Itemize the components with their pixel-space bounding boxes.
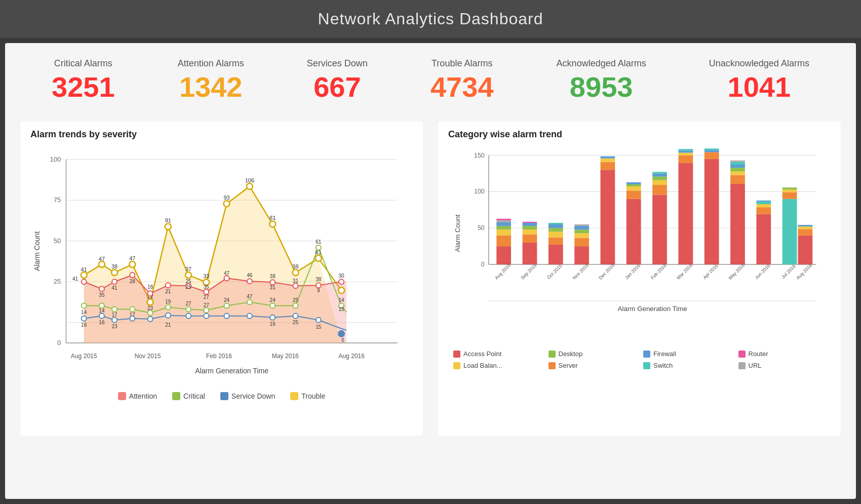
- svg-text:35: 35: [99, 292, 105, 298]
- svg-point-46: [316, 255, 322, 261]
- stat-value-services-down: 667: [307, 73, 368, 101]
- main-content: Critical Alarms3251Attention Alarms1342S…: [5, 43, 856, 499]
- svg-rect-164: [549, 223, 563, 224]
- critical-legend-dot: [172, 392, 180, 400]
- svg-point-38: [224, 201, 230, 207]
- svg-text:47: 47: [224, 270, 230, 276]
- svg-text:81: 81: [269, 215, 276, 221]
- svg-text:25: 25: [293, 297, 299, 303]
- svg-text:9: 9: [317, 288, 320, 293]
- svg-text:Aug 2016: Aug 2016: [795, 263, 813, 281]
- svg-rect-208: [730, 161, 745, 162]
- svg-point-30: [147, 299, 153, 305]
- svg-text:19: 19: [165, 299, 171, 304]
- svg-rect-211: [756, 207, 771, 214]
- svg-text:46: 46: [247, 273, 253, 278]
- svg-point-65: [224, 276, 229, 281]
- attention-legend-dot: [118, 392, 126, 400]
- svg-text:16: 16: [99, 320, 105, 325]
- svg-rect-156: [523, 223, 537, 226]
- svg-text:17: 17: [112, 312, 118, 318]
- svg-text:50: 50: [54, 237, 61, 245]
- svg-rect-212: [756, 204, 771, 207]
- svg-point-114: [186, 314, 191, 319]
- svg-text:24: 24: [224, 297, 230, 303]
- svg-rect-146: [496, 229, 511, 235]
- svg-rect-186: [652, 180, 667, 185]
- svg-rect-213: [756, 202, 771, 204]
- svg-rect-155: [523, 226, 537, 229]
- access-point-dot: [453, 351, 460, 358]
- switch-dot: [643, 362, 650, 369]
- svg-rect-224: [798, 225, 813, 226]
- stat-label-acknowledged-alarms: Acknowledged Alarms: [557, 58, 646, 69]
- svg-rect-194: [678, 150, 693, 152]
- svg-text:21: 21: [165, 322, 171, 328]
- svg-rect-193: [678, 152, 693, 155]
- svg-text:Dec 2015: Dec 2015: [598, 263, 615, 281]
- svg-text:21: 21: [165, 289, 171, 294]
- svg-text:38: 38: [270, 274, 276, 279]
- bar-chart-svg: 150 100 50 0 Alarm Count: [448, 145, 831, 342]
- svg-rect-217: [782, 192, 797, 199]
- svg-rect-147: [496, 226, 511, 229]
- service-down-legend-label: Service Down: [231, 392, 275, 400]
- svg-text:25: 25: [54, 278, 61, 285]
- left-chart-legend: Attention Critical Service Down Trouble: [30, 392, 413, 400]
- svg-text:93: 93: [223, 195, 229, 201]
- svg-text:150: 150: [474, 152, 485, 159]
- svg-point-120: [293, 314, 298, 319]
- svg-text:47: 47: [247, 294, 253, 299]
- svg-text:Alarm Generation Time: Alarm Generation Time: [195, 367, 268, 375]
- svg-point-97: [270, 303, 275, 308]
- charts-area: Alarm trends by severity 100 75 50 25: [20, 122, 841, 436]
- svg-text:23: 23: [147, 305, 153, 311]
- stat-value-unacknowledged-alarms: 1041: [709, 73, 809, 101]
- svg-point-71: [293, 283, 298, 288]
- svg-rect-180: [627, 186, 641, 190]
- svg-text:Feb 2016: Feb 2016: [650, 263, 668, 281]
- svg-text:28: 28: [130, 279, 136, 284]
- legend-attention: Attention: [118, 392, 157, 400]
- svg-rect-160: [549, 238, 563, 245]
- stat-trouble-alarms: Trouble Alarms4734: [430, 58, 494, 101]
- svg-text:15: 15: [316, 324, 322, 330]
- svg-rect-210: [756, 214, 771, 265]
- svg-text:50: 50: [478, 224, 485, 231]
- svg-rect-214: [756, 201, 771, 202]
- svg-text:31: 31: [293, 278, 299, 284]
- svg-rect-185: [652, 185, 667, 195]
- svg-point-32: [165, 223, 171, 229]
- svg-rect-169: [574, 229, 589, 233]
- svg-point-105: [82, 316, 87, 321]
- svg-rect-170: [574, 226, 589, 229]
- svg-text:18: 18: [147, 284, 153, 290]
- svg-text:6: 6: [341, 337, 344, 343]
- line-chart-svg-wrap: 100 75 50 25 0 Alarm Count Aug 2015 Nov …: [30, 145, 413, 388]
- stat-services-down: Services Down667: [307, 58, 368, 101]
- url-label: URL: [749, 362, 762, 369]
- svg-rect-205: [730, 168, 745, 171]
- url-dot: [738, 362, 746, 369]
- legend-access-point: Access Point: [453, 350, 541, 358]
- svg-point-48: [338, 287, 344, 293]
- svg-text:41: 41: [81, 266, 87, 273]
- svg-point-57: [148, 291, 153, 296]
- svg-point-115: [204, 314, 209, 319]
- svg-text:30: 30: [338, 273, 344, 279]
- svg-text:Nov 2015: Nov 2015: [135, 353, 161, 360]
- header: Network Analytics Dashboard: [0, 0, 861, 38]
- svg-text:Oct 2015: Oct 2015: [546, 263, 563, 281]
- svg-rect-192: [678, 156, 693, 163]
- stat-acknowledged-alarms: Acknowledged Alarms8953: [557, 58, 646, 101]
- stat-label-critical-alarms: Critical Alarms: [52, 58, 115, 69]
- svg-rect-221: [798, 236, 813, 264]
- svg-text:16: 16: [270, 321, 276, 327]
- stats-row: Critical Alarms3251Attention Alarms1342S…: [20, 53, 841, 106]
- stat-attention-alarms: Attention Alarms1342: [178, 58, 244, 101]
- svg-rect-173: [601, 170, 615, 264]
- legend-router: Router: [738, 350, 826, 358]
- svg-point-44: [292, 269, 298, 276]
- stat-critical-alarms: Critical Alarms3251: [52, 58, 115, 101]
- svg-text:38: 38: [111, 263, 118, 269]
